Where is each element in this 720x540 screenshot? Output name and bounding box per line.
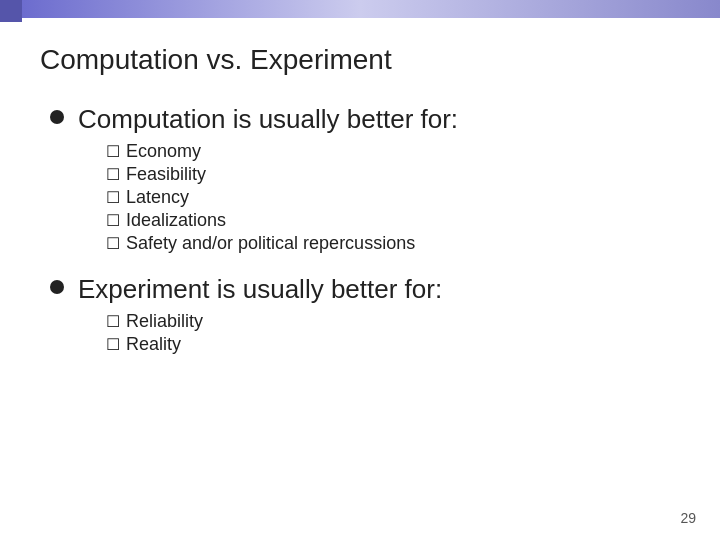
bullet-dot-2: [50, 280, 64, 294]
bullet-dot-1: [50, 110, 64, 124]
checkbox-reality: ☐: [106, 335, 120, 354]
sub-item-latency: ☐ Latency: [106, 187, 458, 208]
content-area: Computation is usually better for: ☐ Eco…: [40, 104, 680, 357]
bullet-item-1: Computation is usually better for: ☐ Eco…: [50, 104, 680, 256]
bullet-1-sub-list: ☐ Economy ☐ Feasibility ☐ Latency ☐ Idea…: [106, 141, 458, 254]
bullet-2-content: Experiment is usually better for: ☐ Reli…: [78, 274, 442, 357]
checkbox-feasibility: ☐: [106, 165, 120, 184]
top-decoration: [0, 0, 720, 18]
checkbox-idealizations: ☐: [106, 211, 120, 230]
sub-item-reliability: ☐ Reliability: [106, 311, 442, 332]
bullet-1-content: Computation is usually better for: ☐ Eco…: [78, 104, 458, 256]
slide-title: Computation vs. Experiment: [40, 44, 680, 76]
checkbox-economy: ☐: [106, 142, 120, 161]
checkbox-reliability: ☐: [106, 312, 120, 331]
sub-item-reality: ☐ Reality: [106, 334, 442, 355]
checkbox-safety: ☐: [106, 234, 120, 253]
sub-text-reality: Reality: [126, 334, 181, 355]
sub-item-safety: ☐ Safety and/or political repercussions: [106, 233, 458, 254]
sub-text-latency: Latency: [126, 187, 189, 208]
bullet-item-2: Experiment is usually better for: ☐ Reli…: [50, 274, 680, 357]
sub-item-economy: ☐ Economy: [106, 141, 458, 162]
checkbox-latency: ☐: [106, 188, 120, 207]
sub-item-feasibility: ☐ Feasibility: [106, 164, 458, 185]
sub-text-feasibility: Feasibility: [126, 164, 206, 185]
bullet-1-text: Computation is usually better for:: [78, 104, 458, 135]
bullet-2-sub-list: ☐ Reliability ☐ Reality: [106, 311, 442, 355]
page-number: 29: [680, 510, 696, 526]
sub-text-reliability: Reliability: [126, 311, 203, 332]
sub-text-safety: Safety and/or political repercussions: [126, 233, 415, 254]
slide: Computation vs. Experiment Computation i…: [0, 0, 720, 540]
sub-item-idealizations: ☐ Idealizations: [106, 210, 458, 231]
bullet-2-text: Experiment is usually better for:: [78, 274, 442, 305]
sub-text-economy: Economy: [126, 141, 201, 162]
top-decoration-left: [0, 0, 22, 22]
sub-text-idealizations: Idealizations: [126, 210, 226, 231]
